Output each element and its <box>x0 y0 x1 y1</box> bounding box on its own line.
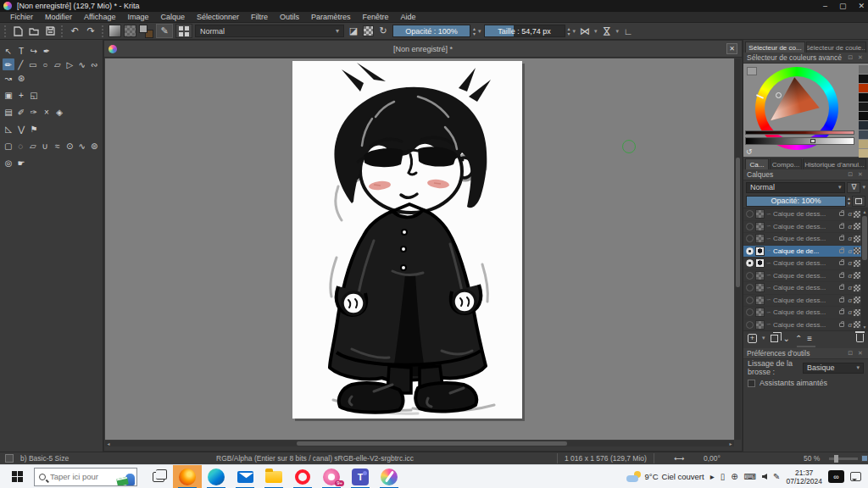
search-input[interactable] <box>50 472 109 481</box>
tab-calques[interactable]: Ca... <box>745 158 769 169</box>
canvas-paper[interactable] <box>292 61 522 419</box>
advanced-color-selector[interactable]: ↺ <box>743 64 868 157</box>
layer-properties-icon[interactable] <box>852 196 865 207</box>
menu-aide[interactable]: Aide <box>396 12 421 22</box>
delete-layer-button[interactable] <box>856 334 864 342</box>
tool-freehand-brush[interactable]: ✏ <box>3 58 14 70</box>
chevron-down-icon[interactable]: ▾ <box>478 28 481 35</box>
chevron-down-icon[interactable]: ▾ <box>573 28 576 35</box>
taskbar-app-teams[interactable]: T <box>346 465 375 488</box>
tab-color-selector-2[interactable]: Sélecteur de coule... <box>806 42 866 53</box>
tool-crop[interactable]: ◱ <box>28 89 40 101</box>
tool-move[interactable]: + <box>15 89 27 101</box>
tab-compositions[interactable]: Compo... <box>770 158 802 169</box>
close-button[interactable]: ✕ <box>858 2 865 10</box>
tool-dynamic-brush[interactable]: ↝ <box>3 72 14 84</box>
gradient-handle[interactable] <box>810 139 815 143</box>
menu-affichage[interactable]: Affichage <box>79 12 120 22</box>
start-button[interactable] <box>0 465 34 488</box>
tool-measure[interactable]: ◺ <box>3 123 14 135</box>
layer-thumbnail[interactable] <box>755 308 765 317</box>
tool-magnetic-select[interactable]: ⊜ <box>89 140 101 152</box>
visibility-eye-icon[interactable] <box>746 321 754 329</box>
layer-thumbnail[interactable] <box>755 296 765 305</box>
docker-float-close-icons[interactable]: ⊡ ✕ <box>848 350 865 357</box>
layer-row[interactable]: ∽ Calque de dess... α <box>743 233 868 246</box>
tool-color-sampler[interactable]: ✐ <box>15 106 27 118</box>
redo-icon[interactable]: ↷ <box>84 25 97 38</box>
history-swatch[interactable] <box>859 121 868 130</box>
history-swatch[interactable] <box>859 84 868 92</box>
layer-name[interactable]: Calque de dess... <box>773 284 838 291</box>
layer-thumbnail[interactable] <box>755 222 765 231</box>
weather-widget[interactable]: 9°C Ciel couvert <box>626 471 704 482</box>
new-document-icon[interactable] <box>11 25 25 38</box>
duplicate-layer-button[interactable] <box>771 335 778 342</box>
history-swatch[interactable] <box>859 75 868 83</box>
assistants-checkbox[interactable] <box>748 380 755 387</box>
lock-icon[interactable] <box>839 249 844 253</box>
tool-bezier[interactable]: ∿ <box>76 58 88 70</box>
layer-list-scrollbar[interactable]: ▲ ▼ <box>861 208 868 330</box>
add-layer-button[interactable]: + <box>748 334 757 343</box>
tool-ellipse-select[interactable]: ◌ <box>15 140 27 152</box>
advanced-color-selector-header[interactable]: Sélecteur de couleurs avancé ⊡ ✕ <box>743 53 868 64</box>
inherit-alpha-icon[interactable] <box>854 272 860 279</box>
tool-select-shapes[interactable]: ↖ <box>3 45 14 57</box>
brush-presets-button[interactable] <box>175 24 192 38</box>
canvas-vertical-scrollbar[interactable] <box>735 58 741 440</box>
minimize-button[interactable]: – <box>823 2 827 10</box>
visibility-eye-icon[interactable] <box>746 259 754 267</box>
taskbar-app-pink[interactable]: 9+ <box>317 465 346 488</box>
layer-thumbnail[interactable] <box>755 209 765 219</box>
fit-canvas-icon[interactable] <box>861 455 868 462</box>
task-view-button[interactable] <box>144 465 173 488</box>
visibility-eye-icon[interactable] <box>746 284 754 291</box>
chevron-down-icon[interactable]: ▾ <box>616 28 620 35</box>
reload-preset-icon[interactable]: ↻ <box>376 25 390 38</box>
save-icon[interactable] <box>43 25 57 38</box>
layer-row[interactable]: ∽ Calque de dess... α <box>743 221 868 234</box>
opacity-slider[interactable]: Opacité : 100% <box>392 25 470 37</box>
lock-icon[interactable] <box>839 286 844 290</box>
tool-smudge[interactable]: ✑ <box>28 106 40 118</box>
menu-modifier[interactable]: Modifier <box>40 12 77 22</box>
gradient-swatch[interactable] <box>108 25 121 37</box>
brush-preset-icon[interactable] <box>5 454 14 463</box>
history-swatch[interactable] <box>859 103 868 111</box>
undo-icon[interactable]: ↶ <box>68 25 81 38</box>
layer-name[interactable]: Calque de dess... <box>773 308 838 316</box>
notification-center-icon[interactable] <box>850 472 861 481</box>
scroll-left-icon[interactable]: ◂ <box>105 441 112 446</box>
tool-ellipse[interactable]: ○ <box>40 58 52 70</box>
speaker-icon[interactable] <box>762 474 767 480</box>
visibility-eye-icon[interactable] <box>746 272 754 280</box>
chevron-down-icon[interactable]: ▾ <box>862 184 865 191</box>
scroll-right-icon[interactable]: ▸ <box>727 441 734 446</box>
inherit-alpha-icon[interactable] <box>854 223 860 230</box>
tool-zoom[interactable]: ◎ <box>3 157 14 169</box>
layer-thumbnail[interactable] <box>755 247 765 256</box>
canvas-horizontal-scrollbar[interactable]: ◂ ▸ <box>105 441 734 446</box>
taskbar-app-opera[interactable] <box>288 465 317 488</box>
alpha-lock-icon[interactable]: α <box>848 235 852 242</box>
lock-icon[interactable] <box>839 298 844 302</box>
lock-icon[interactable] <box>839 212 844 216</box>
tool-edit-shapes[interactable]: ↪ <box>28 45 40 57</box>
toolbar-grip[interactable] <box>61 25 64 37</box>
toolbar-grip[interactable] <box>4 25 7 37</box>
layer-blending-dropdown[interactable]: Normal ▾ <box>746 182 845 193</box>
lock-icon[interactable] <box>839 261 844 265</box>
tool-pan[interactable]: ☛ <box>15 157 27 169</box>
layer-row[interactable]: ∽ Calque de de... α <box>743 246 868 258</box>
taskbar-app-edge[interactable] <box>202 465 231 488</box>
layer-thumbnail[interactable] <box>755 234 765 243</box>
history-swatch[interactable] <box>859 93 868 102</box>
inherit-alpha-icon[interactable] <box>854 297 860 303</box>
tool-polygon[interactable]: ▱ <box>52 58 64 70</box>
history-swatch[interactable] <box>859 149 868 158</box>
alpha-lock-icon[interactable]: α <box>848 284 852 291</box>
inherit-alpha-icon[interactable] <box>854 211 860 218</box>
taskbar-search[interactable] <box>34 468 137 486</box>
pen-icon[interactable]: ✎ <box>773 472 780 481</box>
